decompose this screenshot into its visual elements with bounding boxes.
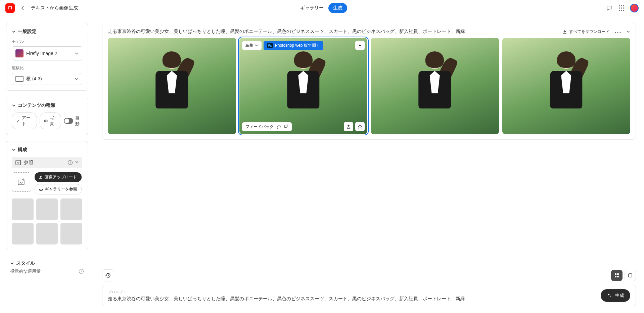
result-image-4[interactable] bbox=[502, 38, 631, 134]
prompt-bar: プロンプト 走る東京渋谷の可愛い美少女、美しいぱっちりとした瞳、黒髪のポニーテー… bbox=[102, 285, 636, 306]
svg-point-13 bbox=[70, 161, 71, 162]
reference-icon bbox=[15, 160, 21, 166]
binoculars-icon bbox=[39, 187, 43, 191]
model-value: Firefly Image 2 bbox=[26, 51, 72, 56]
generate-icon bbox=[607, 293, 612, 298]
more-menu[interactable] bbox=[615, 29, 621, 34]
auto-toggle[interactable] bbox=[64, 118, 73, 124]
download-all-button[interactable]: すべてをダウンロード bbox=[562, 29, 609, 35]
photo-pill[interactable]: 写真 bbox=[40, 113, 61, 129]
chevron-down-icon[interactable] bbox=[75, 160, 79, 164]
gallery-link[interactable]: ギャラリー bbox=[297, 3, 327, 13]
share-button[interactable] bbox=[344, 122, 353, 131]
info-icon[interactable] bbox=[67, 160, 73, 165]
reference-tag[interactable]: 参照 bbox=[12, 157, 82, 168]
chevron-down-icon bbox=[255, 44, 258, 47]
square-icon bbox=[628, 273, 633, 278]
ref-thumb-6[interactable] bbox=[60, 223, 82, 245]
chevron-down-icon bbox=[75, 51, 79, 55]
content-type-title: コンテンツの種類 bbox=[18, 102, 55, 108]
svg-rect-8 bbox=[623, 10, 624, 11]
aspect-value: 横 (4:3) bbox=[26, 76, 72, 82]
prompt-label: プロンプト bbox=[108, 289, 597, 295]
single-view-button[interactable] bbox=[625, 270, 636, 281]
thumbs-down-icon[interactable] bbox=[284, 124, 288, 129]
image-upload-icon bbox=[17, 177, 26, 187]
svg-rect-27 bbox=[617, 276, 619, 277]
ref-thumb-5[interactable] bbox=[36, 223, 58, 245]
generate-button[interactable]: 生成 bbox=[601, 289, 630, 302]
model-label: モデル bbox=[12, 39, 82, 44]
info-icon[interactable] bbox=[79, 269, 84, 274]
svg-rect-6 bbox=[619, 10, 620, 11]
result-prompt: 走る東京渋谷の可愛い美少女、美しいぱっちりとした瞳、黒髪のポニーテール、黒色のビ… bbox=[108, 29, 557, 35]
chevron-down-icon[interactable] bbox=[626, 30, 630, 34]
model-select[interactable]: Firefly Image 2 bbox=[12, 46, 82, 60]
history-icon bbox=[105, 272, 111, 278]
result-image-3[interactable] bbox=[371, 38, 499, 134]
svg-rect-3 bbox=[619, 7, 620, 8]
style-title: スタイル bbox=[16, 260, 35, 266]
svg-rect-0 bbox=[619, 5, 620, 6]
svg-rect-9 bbox=[44, 120, 47, 122]
ref-thumb-2[interactable] bbox=[36, 198, 58, 220]
art-pill[interactable]: アート bbox=[12, 113, 37, 129]
ref-thumb-4[interactable] bbox=[12, 223, 34, 245]
aspect-label: 縦横比 bbox=[12, 65, 82, 71]
general-title: 一般設定 bbox=[18, 29, 37, 35]
upload-icon bbox=[39, 175, 43, 179]
result-image-1[interactable] bbox=[108, 38, 236, 134]
ref-thumb-3[interactable] bbox=[60, 198, 82, 220]
sidebar: 一般設定 モデル Firefly Image 2 縦横比 横 (4:3) コンテ… bbox=[0, 16, 94, 313]
svg-rect-1 bbox=[621, 5, 622, 6]
download-icon bbox=[358, 43, 362, 48]
thumbs-up-icon[interactable] bbox=[276, 124, 281, 129]
svg-rect-26 bbox=[615, 276, 616, 277]
star-icon bbox=[358, 124, 362, 129]
svg-rect-4 bbox=[621, 7, 622, 8]
generate-button-top[interactable]: 生成 bbox=[328, 3, 347, 13]
comment-icon[interactable] bbox=[606, 4, 613, 12]
browse-gallery-button[interactable]: ギャラリーを参照 bbox=[35, 184, 82, 194]
prompt-input[interactable]: 走る東京渋谷の可愛い美少女、美しいぱっちりとした瞳、黒髪のポニーテール、黒色のビ… bbox=[108, 296, 597, 302]
svg-point-23 bbox=[619, 32, 620, 33]
section-style[interactable]: スタイル bbox=[10, 260, 84, 266]
section-general[interactable]: 一般設定 bbox=[12, 29, 82, 35]
result-image-2[interactable]: 編集 PsPhotoshop web 版で開く フィードバック bbox=[239, 38, 368, 134]
svg-point-10 bbox=[45, 121, 47, 122]
favorite-button[interactable] bbox=[355, 122, 365, 131]
avatar[interactable] bbox=[630, 4, 639, 12]
svg-rect-11 bbox=[16, 160, 20, 165]
ref-thumb-1[interactable] bbox=[12, 198, 34, 220]
top-bar: Fi テキストから画像生成 ギャラリー 生成 bbox=[0, 0, 644, 16]
edit-button[interactable]: 編集 bbox=[242, 41, 262, 50]
svg-rect-5 bbox=[623, 7, 624, 8]
upload-image-button[interactable]: 画像アップロード bbox=[35, 172, 82, 182]
svg-point-21 bbox=[615, 32, 616, 33]
back-button[interactable] bbox=[19, 4, 27, 12]
brush-icon bbox=[16, 119, 20, 123]
grid-view-button[interactable] bbox=[611, 270, 623, 281]
aspect-select[interactable]: 横 (4:3) bbox=[12, 73, 82, 85]
ps-icon: Ps bbox=[267, 43, 273, 48]
results-card: 走る東京渋谷の可愛い美少女、美しいぱっちりとした瞳、黒髪のポニーテール、黒色のビ… bbox=[102, 23, 636, 140]
visual-label: 視覚的な適用量 bbox=[10, 268, 41, 274]
svg-rect-20 bbox=[81, 271, 81, 272]
svg-rect-24 bbox=[615, 273, 616, 275]
svg-point-22 bbox=[617, 32, 618, 33]
firefly-logo[interactable]: Fi bbox=[5, 3, 15, 13]
page-title: テキストから画像生成 bbox=[31, 5, 78, 11]
auto-label: 自動 bbox=[75, 115, 82, 127]
svg-rect-25 bbox=[617, 273, 619, 275]
apps-icon[interactable] bbox=[618, 4, 625, 12]
download-image-button[interactable] bbox=[355, 41, 365, 50]
section-content-type[interactable]: コンテンツの種類 bbox=[12, 102, 82, 108]
open-photoshop-button[interactable]: PsPhotoshop web 版で開く bbox=[264, 41, 323, 50]
svg-rect-28 bbox=[629, 274, 632, 277]
history-button[interactable] bbox=[102, 269, 114, 281]
composition-title: 構成 bbox=[18, 147, 27, 153]
upload-dropzone[interactable] bbox=[12, 172, 31, 192]
section-composition[interactable]: 構成 bbox=[12, 147, 82, 153]
svg-rect-2 bbox=[623, 5, 624, 6]
share-icon bbox=[346, 124, 351, 129]
